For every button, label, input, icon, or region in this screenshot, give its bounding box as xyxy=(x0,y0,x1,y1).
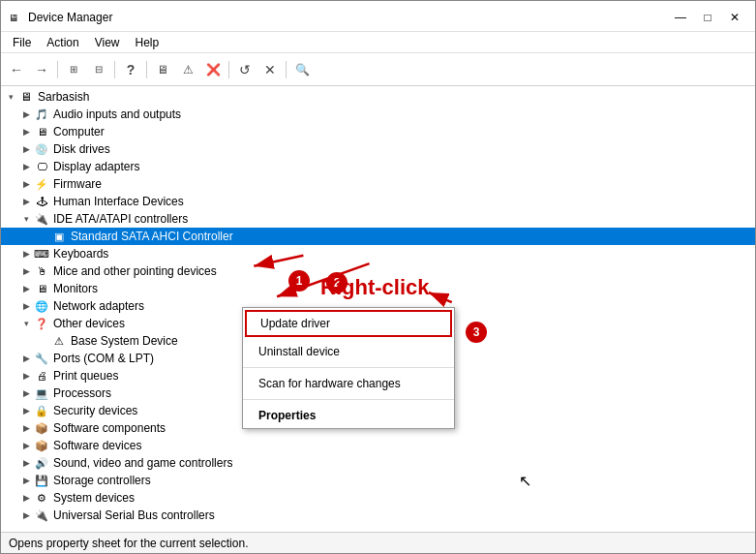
tree-item-swdev[interactable]: ▶ Software devices xyxy=(1,437,755,454)
device-manager-window: Device Manager — □ ✕ File Action View He… xyxy=(0,0,756,554)
ctx-uninstall[interactable]: Uninstall device xyxy=(243,339,454,364)
usb-icon xyxy=(34,508,49,523)
ctx-update-label: Update driver xyxy=(260,317,330,330)
toolbar-uninstall[interactable]: ✕ xyxy=(258,58,282,81)
maximize-button[interactable]: □ xyxy=(695,8,720,27)
ctx-properties-label: Properties xyxy=(258,409,316,422)
uninstall-icon: ✕ xyxy=(264,62,276,77)
firmware-icon xyxy=(34,176,49,192)
menu-file[interactable]: File xyxy=(5,34,39,51)
tree-item-hid[interactable]: ▶ Human Interface Devices xyxy=(1,193,755,210)
disk-expander[interactable]: ▶ xyxy=(18,140,34,158)
monitors-expander[interactable]: ▶ xyxy=(18,280,34,297)
sysdev-expander[interactable]: ▶ xyxy=(18,489,34,507)
tree-item-usb[interactable]: ▶ Universal Serial Bus controllers xyxy=(1,507,755,524)
toolbar-resources[interactable]: ⚠ xyxy=(176,58,199,81)
toolbar-help[interactable]: ? xyxy=(119,58,142,81)
menu-bar: File Action View Help xyxy=(1,32,755,53)
swcomp-icon xyxy=(34,420,49,436)
tree-item-keyboards[interactable]: ▶ Keyboards xyxy=(1,245,755,262)
tree-item-storage[interactable]: ▶ Storage controllers xyxy=(1,472,755,489)
computer-icon xyxy=(34,124,49,139)
swdev-icon xyxy=(34,438,49,453)
audio-expander[interactable]: ▶ xyxy=(18,106,34,123)
ports-icon xyxy=(34,351,49,366)
tree-item-sysdev[interactable]: ▶ System devices xyxy=(1,489,755,507)
ide-label: IDE ATA/ATAPI controllers xyxy=(53,212,188,226)
window-title: Device Manager xyxy=(28,11,112,24)
swdev-expander[interactable]: ▶ xyxy=(18,437,34,454)
toolbar-pc[interactable]: 🖥 xyxy=(151,58,174,81)
ctx-update[interactable]: Update driver xyxy=(245,310,452,337)
hid-expander[interactable]: ▶ xyxy=(18,193,34,210)
close-button[interactable]: ✕ xyxy=(722,8,747,27)
tree-root[interactable]: ▾ 🖥 Sarbasish xyxy=(1,88,755,106)
mice-label: Mice and other pointing devices xyxy=(53,264,217,278)
tree-item-audio[interactable]: ▶ Audio inputs and outputs xyxy=(1,106,755,123)
toolbar-sep5 xyxy=(286,61,287,78)
tree-item-display[interactable]: ▶ Display adapters xyxy=(1,158,755,175)
sound-expander[interactable]: ▶ xyxy=(18,454,34,472)
storage-expander[interactable]: ▶ xyxy=(18,472,34,489)
other-icon xyxy=(34,316,49,331)
tree-item-sound[interactable]: ▶ Sound, video and game controllers xyxy=(1,454,755,472)
toolbar-scan[interactable]: 🔍 xyxy=(290,58,314,81)
tree-item-computer[interactable]: ▶ Computer xyxy=(1,123,755,140)
ctx-properties[interactable]: Properties xyxy=(243,403,454,428)
swdev-label: Software devices xyxy=(53,439,141,452)
resources-icon: ⚠ xyxy=(183,63,194,77)
ide-expander[interactable]: ▾ xyxy=(18,210,34,228)
usb-label: Universal Serial Bus controllers xyxy=(53,508,215,522)
toolbar-expand[interactable]: ⊞ xyxy=(62,58,85,81)
monitors-icon xyxy=(34,281,49,296)
menu-view[interactable]: View xyxy=(87,34,128,51)
ctx-uninstall-label: Uninstall device xyxy=(258,345,340,358)
tree-item-disk[interactable]: ▶ Disk drives xyxy=(1,140,755,158)
sec-expander[interactable]: ▶ xyxy=(18,402,34,419)
disk-label: Disk drives xyxy=(53,142,110,156)
basesys-expander xyxy=(36,332,51,350)
window-controls: — □ ✕ xyxy=(668,8,747,27)
hid-icon xyxy=(34,194,49,209)
swcomp-label: Software components xyxy=(53,421,166,435)
ctx-scan[interactable]: Scan for hardware changes xyxy=(243,371,454,396)
computer-expander[interactable]: ▶ xyxy=(18,123,34,140)
net-expander[interactable]: ▶ xyxy=(18,297,34,315)
toolbar-back[interactable]: ← xyxy=(5,58,28,81)
toolbar-update[interactable]: ↺ xyxy=(233,58,257,81)
menu-help[interactable]: Help xyxy=(128,34,167,51)
other-expander[interactable]: ▾ xyxy=(18,315,34,332)
mice-icon xyxy=(34,263,49,279)
tree-item-firmware[interactable]: ▶ Firmware xyxy=(1,175,755,193)
toolbar-error[interactable]: ❌ xyxy=(201,58,225,81)
mice-expander[interactable]: ▶ xyxy=(18,262,34,280)
ports-expander[interactable]: ▶ xyxy=(18,350,34,367)
minimize-button[interactable]: — xyxy=(668,8,693,27)
swcomp-expander[interactable]: ▶ xyxy=(18,419,34,437)
context-menu: Update driver Uninstall device Scan for … xyxy=(242,307,455,429)
expand-icon: ⊞ xyxy=(70,64,77,75)
tree-item-sata[interactable]: ▣ Standard SATA AHCI Controller xyxy=(1,228,755,245)
storage-label: Storage controllers xyxy=(53,474,151,487)
root-expander[interactable]: ▾ xyxy=(3,88,18,106)
toolbar-forward[interactable]: → xyxy=(30,58,53,81)
firmware-expander[interactable]: ▶ xyxy=(18,175,34,193)
basesys-icon: ⚠ xyxy=(51,333,67,349)
hid-label: Human Interface Devices xyxy=(53,195,184,208)
display-expander[interactable]: ▶ xyxy=(18,158,34,175)
print-icon xyxy=(34,368,49,384)
menu-action[interactable]: Action xyxy=(39,34,86,51)
sysdev-icon xyxy=(34,490,49,506)
root-icon: 🖥 xyxy=(18,89,34,105)
forward-icon: → xyxy=(35,62,48,77)
kb-expander[interactable]: ▶ xyxy=(18,245,34,262)
kb-label: Keyboards xyxy=(53,247,108,261)
print-expander[interactable]: ▶ xyxy=(18,367,34,385)
proc-expander[interactable]: ▶ xyxy=(18,385,34,402)
usb-expander[interactable]: ▶ xyxy=(18,507,34,524)
toolbar: ← → ⊞ ⊟ ? 🖥 ⚠ ❌ ↺ ✕ 🔍 xyxy=(1,53,755,86)
toolbar-collapse[interactable]: ⊟ xyxy=(87,58,110,81)
audio-label: Audio inputs and outputs xyxy=(53,108,181,121)
net-label: Network adapters xyxy=(53,299,144,313)
tree-item-ide[interactable]: ▾ IDE ATA/ATAPI controllers xyxy=(1,210,755,228)
